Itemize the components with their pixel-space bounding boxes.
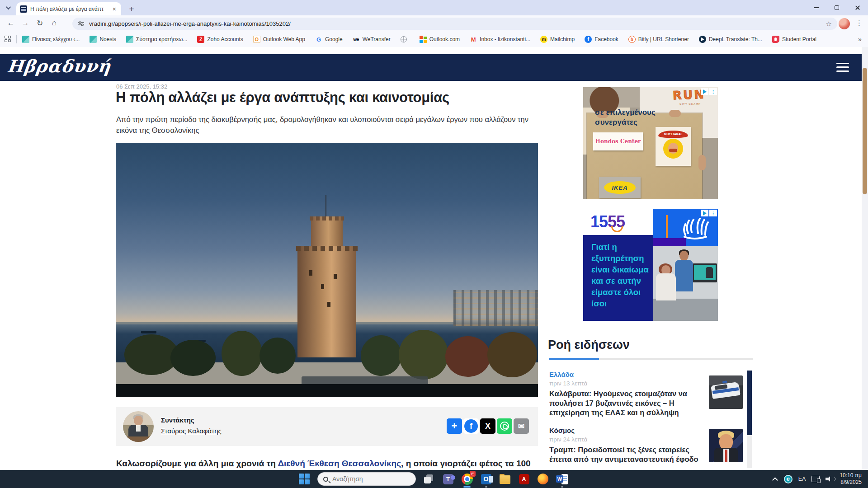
page-scrollbar[interactable] [862, 47, 868, 470]
minimize-icon [814, 7, 819, 8]
taskbar-clock[interactable]: 10:10 πμ 8/9/2025 [840, 472, 862, 486]
minimize-button[interactable] [806, 0, 826, 15]
bookmark-item[interactable]: Πίνακας ελέγχου ‹... [22, 36, 80, 43]
bookmark-item[interactable]: bBitly | URL Shortener [628, 36, 689, 43]
whatsapp-icon [500, 422, 509, 431]
feed-item[interactable]: Ελλάδα πριν 13 λεπτά Καλάβρυτα: Ηγούμενο… [549, 371, 745, 425]
wetransfer-icon: we [353, 36, 360, 43]
bookmark-star-icon[interactable]: ☆ [826, 20, 832, 28]
taskbar: Αναζήτηση T E O A W e ΕΛ 10:10 πμ 8/9/20… [0, 470, 868, 488]
menu-hamburger-icon[interactable] [836, 63, 849, 72]
reload-icon[interactable]: ↻ [34, 19, 45, 28]
site-settings-icon[interactable] [78, 20, 85, 27]
bookmark-item[interactable]: Outlook.com [420, 36, 460, 43]
bookmark-item[interactable] [401, 36, 410, 42]
firefox-button[interactable] [533, 470, 552, 488]
apps-grid-icon[interactable] [5, 36, 12, 43]
eset-icon[interactable]: e [784, 475, 793, 483]
ad-1555[interactable]: 1555 Γιατί η εξυπηρέτηση είναι δικαίωμα … [583, 209, 718, 321]
ad-partners[interactable]: RUN CITY CHAMP σε επιλεγμένους συνεργάτε… [583, 87, 718, 199]
bookmark-item[interactable]: DeepL Translate: Th... [699, 36, 762, 43]
file-explorer-button[interactable] [495, 470, 514, 488]
browser-titlebar: Η πόλη αλλάζει με έργα ανάπτ × + [0, 0, 868, 15]
close-button[interactable] [847, 0, 868, 15]
teams-button[interactable]: T [439, 470, 458, 488]
share-button[interactable]: + [447, 418, 462, 434]
maximize-icon [835, 5, 839, 10]
feed-item[interactable]: Κόσμος πριν 24 λεπτά Τραμπ: Προειδοποιεί… [549, 427, 745, 470]
share-whatsapp-button[interactable] [497, 418, 512, 434]
language-indicator[interactable]: ΕΛ [798, 476, 806, 482]
site-logo[interactable]: Ηβραδυνή [6, 56, 112, 76]
word-button[interactable]: W [552, 470, 571, 488]
url-bar[interactable]: vradini.gr/apopseis/i-poli-allazei-me-er… [72, 18, 837, 30]
ad-options-icon[interactable]: ⋮ [709, 88, 717, 95]
share-email-button[interactable]: ✉ [514, 418, 529, 434]
back-icon[interactable]: ← [5, 19, 16, 28]
bookmark-item[interactable]: mMailchimp [540, 36, 575, 43]
bookmark-item[interactable]: Σύστημα κρατήσεω... [126, 36, 187, 43]
firefox-icon [538, 474, 548, 484]
tab-search-icon[interactable] [4, 3, 14, 13]
taskbar-search[interactable]: Αναζήτηση [317, 472, 416, 486]
white-tower [311, 216, 343, 247]
forward-icon[interactable]: → [20, 19, 31, 28]
outlook-button[interactable]: O [476, 470, 495, 488]
tray-chevron-icon[interactable] [772, 477, 778, 483]
bookmark-item[interactable]: MInbox - lizikonstanti... [470, 36, 530, 43]
feed-scrollbar-thumb[interactable] [747, 371, 752, 435]
running-indicator [561, 486, 563, 488]
bookmark-item[interactable]: Student Portal [772, 36, 816, 43]
start-button[interactable] [295, 470, 314, 488]
feed-thumbnail[interactable] [709, 375, 743, 409]
screenshot-icon [126, 36, 133, 43]
author-card: Συντάκτης Σταύρος Καλαφάτης + f X ✉ [116, 407, 538, 446]
site-header: Ηβραδυνή [0, 54, 862, 81]
feed-title[interactable]: Καλάβρυτα: Ηγούμενος ετοιμαζόταν να πουλ… [549, 389, 703, 418]
system-tray: e ΕΛ 10:10 πμ 8/9/2025 [774, 470, 862, 488]
volume-icon[interactable] [826, 475, 834, 483]
clock-date: 8/9/2025 [840, 479, 862, 486]
task-view-button[interactable] [420, 470, 439, 488]
acrobat-button[interactable]: A [514, 470, 533, 488]
outlook-icon: O [481, 474, 491, 484]
browser-tab[interactable]: Η πόλη αλλάζει με έργα ανάπτ × [16, 2, 121, 15]
bookmark-item[interactable]: ZZoho Accounts [197, 36, 243, 43]
share-facebook-button[interactable]: f [463, 418, 479, 434]
share-x-button[interactable]: X [480, 418, 495, 434]
ad-choices[interactable]: ⋮ [701, 210, 717, 216]
feed-thumbnail[interactable] [709, 429, 743, 462]
city-buildings [453, 290, 538, 326]
browser-menu-icon[interactable]: ⋮ [856, 19, 863, 27]
feed-accent-bar [549, 358, 753, 360]
ad-options-icon[interactable]: ⋮ [709, 210, 717, 216]
scrollbar-thumb[interactable] [863, 68, 867, 194]
ad-choices[interactable]: ⋮ [701, 88, 717, 95]
feed-scrollbar[interactable] [747, 371, 752, 468]
hands-icon [678, 212, 710, 241]
body-link[interactable]: Διεθνή Έκθεση Θεσσαλονίκης [278, 459, 401, 468]
active-indicator [463, 486, 471, 488]
window-controls [806, 0, 868, 15]
bookmark-item[interactable]: weWeTransfer [353, 36, 391, 43]
bookmark-item[interactable]: OOutlook Web App [253, 36, 305, 43]
bookmark-item[interactable]: GGoogle [315, 36, 343, 43]
new-tab-button[interactable]: + [126, 3, 137, 15]
tab-close-icon[interactable]: × [111, 5, 118, 13]
adchoices-icon [703, 211, 707, 216]
maximize-button[interactable] [826, 0, 847, 15]
profile-avatar[interactable] [839, 18, 850, 29]
chrome-button[interactable]: E [458, 470, 476, 488]
home-icon[interactable]: ⌂ [49, 19, 60, 28]
bookmark-item[interactable]: Noesis [90, 36, 116, 43]
article-subtitle: Από την πρώτη περίοδο της διακυβέρνησής … [116, 114, 537, 136]
bookmarks-overflow-icon[interactable]: » [858, 35, 862, 43]
feed-title[interactable]: Τραμπ: Προειδοποιεί τις ξένες εταιρείες … [549, 445, 703, 464]
author-avatar [123, 411, 154, 442]
author-name-link[interactable]: Σταύρος Καλαφάτης [161, 427, 222, 435]
ad-headline: σε επιλεγμένους [595, 108, 656, 117]
network-icon[interactable] [811, 476, 820, 482]
adchoices-icon [703, 89, 707, 94]
outlook-icon: O [253, 36, 260, 43]
bookmark-item[interactable]: fFacebook [585, 36, 618, 43]
